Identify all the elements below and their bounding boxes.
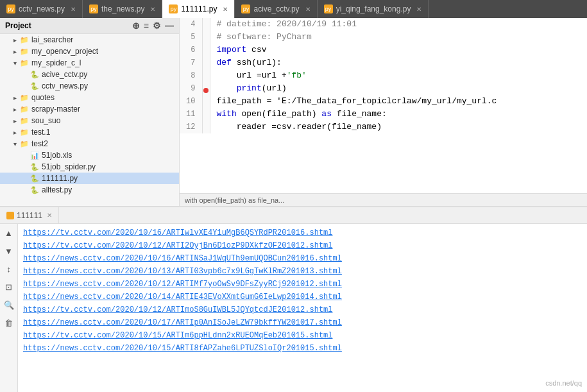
line-indicator	[202, 108, 210, 121]
folder-icon: 📁	[19, 93, 30, 102]
line-indicator	[202, 44, 210, 56]
tree-label: acive_cctv.py	[42, 70, 87, 79]
code-content: # software: PyCharm	[210, 31, 587, 44]
line-indicator	[202, 69, 210, 82]
output-link[interactable]: https://news.cctv.com/2020/10/15/ARTI8fA…	[23, 342, 582, 355]
tree-item-alltest-py[interactable]: 🐍alltest.py	[0, 184, 179, 196]
folder-icon: 📁	[19, 35, 30, 44]
tree-label: test2	[31, 139, 48, 148]
tree-item-quotes[interactable]: ▸📁quotes	[0, 92, 179, 103]
folder-icon: 📁	[19, 47, 30, 56]
scroll-down-btn[interactable]: ▼	[3, 244, 15, 257]
tree-item-cctv-news-py[interactable]: 🐍cctv_news.py	[0, 80, 179, 92]
tab-icon-cctv_news: py	[6, 4, 15, 13]
tab-close-yi_qing[interactable]: ✕	[416, 6, 421, 13]
output-link[interactable]: https://news.cctv.com/2020/10/16/ARTINSa…	[23, 252, 582, 265]
tree-item-my-opencv-project[interactable]: ▸📁my_opencv_project	[0, 46, 179, 57]
tab-close-111111[interactable]: ✕	[223, 6, 228, 13]
code-content: def ssh(url):	[210, 56, 587, 69]
line-number: 10	[180, 95, 202, 108]
code-content: print(url)	[210, 82, 587, 95]
output-link[interactable]: https://tv.cctv.com/2020/10/12/ARTImoS8G…	[23, 303, 582, 316]
tab-close-cctv_news[interactable]: ✕	[71, 6, 76, 13]
code-editor[interactable]: 4 # datetime: 2020/10/19 11:01 5 # softw…	[180, 18, 587, 193]
folder-icon: 📁	[19, 128, 30, 137]
main-area: Project ⊕ ≡ ⚙ — ▸📁lai_searcher▸📁my_openc…	[0, 18, 587, 206]
code-line-12: 12 reader =csv.reader(file_name)	[180, 121, 587, 133]
editor-area: 4 # datetime: 2020/10/19 11:01 5 # softw…	[180, 18, 587, 206]
tab-the_news[interactable]: pythe_news.py✕	[83, 0, 162, 18]
folder-arrow: ▸	[10, 106, 19, 113]
sidebar-header-icons: ⊕ ≡ ⚙ —	[132, 21, 174, 31]
run-icon	[6, 212, 14, 219]
tree-item-acive-cctv-py[interactable]: 🐍acive_cctv.py	[0, 69, 179, 80]
run-stop-btn[interactable]: ⊡	[3, 280, 15, 293]
tab-yi_qing[interactable]: pyyi_qing_fang_kong.py✕	[318, 0, 429, 18]
output-link[interactable]: https://news.cctv.com/2020/10/12/ARTIMf7…	[23, 278, 582, 291]
run-tab-close[interactable]: ✕	[47, 212, 52, 219]
tab-111111[interactable]: py111111.py✕	[162, 0, 235, 18]
line-number: 12	[180, 121, 202, 133]
scroll-up-btn[interactable]: ▲	[3, 226, 15, 239]
tree-label: scrapy-master	[31, 105, 80, 114]
tab-label-the_news: the_news.py	[101, 4, 144, 13]
code-line-9: 9 print(url)	[180, 82, 587, 95]
output-link[interactable]: https://news.cctv.com/2020/10/13/ARTI03v…	[23, 265, 582, 278]
tree-label: quotes	[31, 93, 55, 102]
run-tab-active[interactable]: 111111 ✕	[0, 207, 59, 223]
run-search-btn[interactable]: 🔍	[3, 298, 15, 311]
folder-arrow: ▸	[10, 37, 19, 44]
gear-icon[interactable]: ⚙	[153, 21, 161, 31]
tree-label: sou_suo	[31, 116, 60, 125]
code-status-text: with open(file_path) as file_na...	[185, 196, 284, 204]
output-link[interactable]: https://news.cctv.com/2020/10/17/ARTIp0A…	[23, 316, 582, 329]
tree-item-my-spider-c-l[interactable]: ▾📁my_spider_c_l	[0, 57, 179, 69]
line-number: 8	[180, 69, 202, 82]
tree-item-51job-xls[interactable]: 📊51job.xls	[0, 149, 179, 161]
tree-item-lai-searcher[interactable]: ▸📁lai_searcher	[0, 34, 179, 46]
tab-close-the_news[interactable]: ✕	[150, 6, 155, 13]
py-icon: 🐍	[30, 162, 40, 171]
tree-label: test.1	[31, 128, 50, 137]
settings-icon[interactable]: ≡	[144, 21, 149, 31]
code-content: reader =csv.reader(file_name)	[210, 121, 587, 133]
tree-item-sou-suo[interactable]: ▸📁sou_suo	[0, 115, 179, 126]
code-content: file_path = 'E:/The_data_for_topiclcrlaw…	[210, 95, 587, 108]
output-link[interactable]: https://news.cctv.com/2020/10/14/ARTIE43…	[23, 291, 582, 303]
file-tree: ▸📁lai_searcher▸📁my_opencv_project▾📁my_sp…	[0, 34, 179, 196]
line-indicator	[202, 18, 210, 31]
breakpoint-indicator	[203, 88, 208, 93]
tab-close-acive_cctv[interactable]: ✕	[305, 6, 311, 13]
code-content: import csv	[210, 44, 587, 56]
tree-label: 51job_spider.py	[42, 162, 96, 171]
add-icon[interactable]: ⊕	[132, 21, 140, 31]
watermark: csdn.net/qq	[545, 379, 582, 387]
tree-item-111111-py[interactable]: 🐍111111.py	[0, 173, 179, 184]
tree-item-test-1[interactable]: ▸📁test.1	[0, 126, 179, 138]
line-number: 11	[180, 108, 202, 121]
tab-icon-acive_cctv: py	[241, 4, 250, 13]
run-redirect-btn[interactable]: ↕	[3, 262, 15, 275]
code-line-5: 5 # software: PyCharm	[180, 31, 587, 44]
sidebar: Project ⊕ ≡ ⚙ — ▸📁lai_searcher▸📁my_openc…	[0, 18, 180, 206]
output-link[interactable]: https://tv.cctv.com/2020/10/15/ARTIm6ppH…	[23, 329, 582, 342]
minimize-icon[interactable]: —	[165, 21, 174, 31]
run-delete-btn[interactable]: 🗑	[3, 316, 15, 329]
folder-icon: 📁	[19, 105, 30, 114]
tab-icon-yi_qing: py	[324, 4, 333, 13]
tree-item-scrapy-master[interactable]: ▸📁scrapy-master	[0, 103, 179, 115]
py-icon: 🐍	[30, 70, 40, 79]
code-content: # datetime: 2020/10/19 11:01	[210, 18, 587, 31]
tab-acive_cctv[interactable]: pyacive_cctv.py✕	[235, 0, 317, 18]
output-link[interactable]: https://tv.cctv.com/2020/10/12/ARTI2OyjB…	[23, 239, 582, 252]
folder-icon: 📁	[19, 139, 30, 148]
tree-item-51job-spider-py[interactable]: 🐍51job_spider.py	[0, 161, 179, 173]
tab-label-yi_qing: yi_qing_fang_kong.py	[336, 4, 411, 13]
tree-item-test2[interactable]: ▾📁test2	[0, 138, 179, 149]
tab-cctv_news[interactable]: pycctv_news.py✕	[0, 0, 83, 18]
run-tabs: 111111 ✕	[0, 207, 587, 224]
tab-label-111111: 111111.py	[181, 4, 217, 13]
output-link[interactable]: https://tv.cctv.com/2020/10/16/ARTIwlvXE…	[23, 226, 582, 239]
bottom-panel: 111111 ✕ ▲ ▼ ↕ ⊡ 🔍 🗑 https://tv.cctv.com…	[0, 206, 587, 392]
py-icon: 🐍	[30, 174, 40, 183]
